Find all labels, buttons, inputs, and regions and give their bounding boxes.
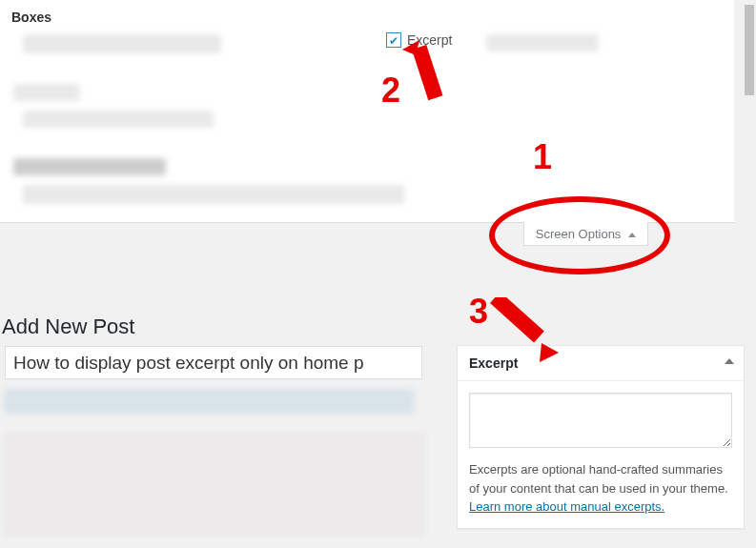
editor-toolbar bbox=[4, 434, 425, 536]
post-title-input[interactable] bbox=[5, 346, 422, 379]
boxes-heading: Boxes bbox=[0, 0, 734, 32]
blurred-option bbox=[13, 158, 166, 175]
excerpt-checkbox-label: Excerpt bbox=[407, 32, 452, 48]
blurred-option bbox=[23, 111, 214, 128]
screen-options-tab-label: Screen Options bbox=[536, 227, 622, 241]
blurred-option bbox=[13, 84, 80, 101]
excerpt-help-text: Excerpts are optional hand-crafted summa… bbox=[469, 460, 732, 517]
blurred-option bbox=[23, 185, 404, 204]
excerpt-metabox-header[interactable]: Excerpt bbox=[458, 346, 744, 381]
screen-options-tab[interactable]: Screen Options bbox=[523, 222, 648, 246]
excerpt-metabox: Excerpt Excerpts are optional hand-craft… bbox=[457, 345, 745, 529]
collapse-icon[interactable] bbox=[725, 358, 734, 364]
excerpt-metabox-title: Excerpt bbox=[469, 355, 518, 371]
blurred-option bbox=[23, 34, 221, 53]
svg-rect-3 bbox=[490, 297, 544, 342]
screen-options-panel: Boxes Excerpt bbox=[0, 0, 734, 223]
excerpt-checkbox-row[interactable]: Excerpt bbox=[386, 32, 452, 48]
chevron-up-icon bbox=[628, 233, 636, 237]
excerpt-checkbox[interactable] bbox=[386, 32, 401, 48]
blurred-option bbox=[486, 34, 599, 51]
permalink-row bbox=[4, 389, 414, 414]
excerpt-textarea[interactable] bbox=[469, 393, 732, 448]
page-title: Add New Post bbox=[2, 315, 134, 339]
annotation-3: 3 bbox=[469, 292, 488, 332]
scrollbar-thumb[interactable] bbox=[745, 5, 754, 95]
learn-more-link[interactable]: Learn more about manual excerpts. bbox=[469, 499, 664, 514]
